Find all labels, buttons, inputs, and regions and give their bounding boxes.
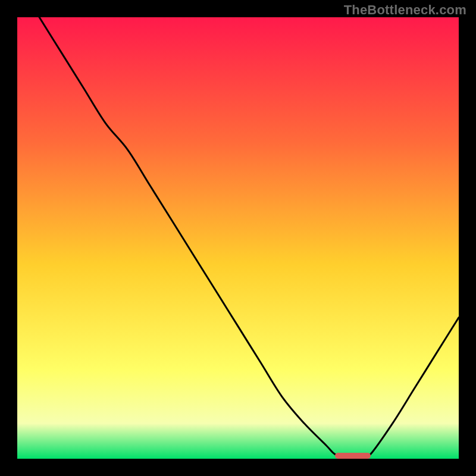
- plot-svg: [17, 17, 459, 459]
- chart-frame: TheBottleneck.com: [0, 0, 476, 476]
- plot-area: [17, 17, 459, 459]
- gradient-background: [17, 17, 459, 459]
- watermark-text: TheBottleneck.com: [344, 2, 466, 18]
- optimal-range-marker: [335, 453, 370, 459]
